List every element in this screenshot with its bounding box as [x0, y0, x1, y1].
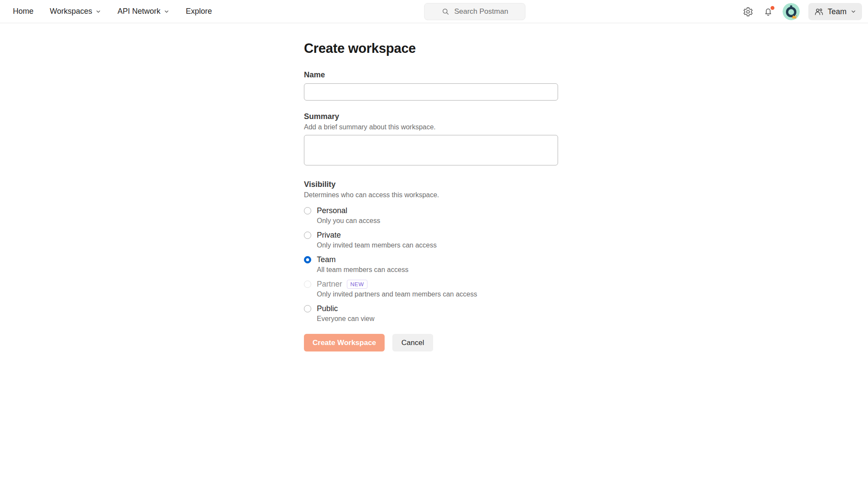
header-actions: Team [742, 3, 862, 20]
visibility-help-text: Determines who can access this workspace… [304, 191, 558, 199]
summary-help-text: Add a brief summary about this workspace… [304, 123, 558, 131]
create-workspace-button[interactable]: Create Workspace [304, 334, 385, 351]
option-description: Everyone can view [317, 315, 558, 323]
option-description: Only you can access [317, 217, 558, 225]
radio-button[interactable] [304, 281, 311, 288]
summary-label: Summary [304, 112, 558, 121]
radio-button[interactable] [304, 232, 311, 239]
team-menu-button[interactable]: Team [808, 3, 862, 20]
people-icon [814, 7, 824, 17]
visibility-option-partner[interactable]: Partner NEW Only invited partners and te… [304, 280, 558, 298]
radio-button[interactable] [304, 305, 311, 312]
option-description: Only invited team members can access [317, 241, 558, 249]
radio-button[interactable] [304, 207, 311, 214]
option-label: Public [317, 304, 338, 313]
option-label: Private [317, 231, 341, 240]
chevron-down-icon [850, 9, 856, 15]
search-placeholder: Search Postman [454, 7, 508, 16]
avatar[interactable] [783, 3, 800, 20]
nav-item-home[interactable]: Home [13, 7, 33, 16]
name-input[interactable] [304, 83, 558, 101]
page-title: Create workspace [304, 41, 558, 56]
nav-api-network-label: API Network [118, 7, 161, 16]
option-description: Only invited partners and team members c… [317, 290, 558, 298]
chevron-down-icon [164, 9, 170, 15]
avatar-illustration [783, 3, 800, 20]
nav-explore-label: Explore [186, 7, 212, 16]
create-workspace-form: Create workspace Name Summary Add a brie… [304, 41, 558, 351]
radio-button[interactable] [304, 256, 311, 263]
notification-dot [770, 5, 775, 11]
team-button-label: Team [828, 7, 847, 16]
nav-item-explore[interactable]: Explore [186, 7, 212, 16]
option-label: Personal [317, 206, 347, 215]
nav-home-label: Home [13, 7, 33, 16]
summary-field-block: Summary Add a brief summary about this w… [304, 112, 558, 167]
main-nav: Home Workspaces API Network Explore [13, 7, 212, 16]
notifications-button[interactable] [762, 6, 774, 18]
new-badge: NEW [347, 280, 367, 289]
nav-item-api-network[interactable]: API Network [118, 7, 170, 16]
visibility-option-public[interactable]: Public Everyone can view [304, 304, 558, 323]
visibility-option-team[interactable]: Team All team members can access [304, 255, 558, 274]
chevron-down-icon [95, 9, 101, 15]
visibility-options: Personal Only you can access Private Onl… [304, 206, 558, 323]
option-label: Team [317, 255, 336, 264]
nav-item-workspaces[interactable]: Workspaces [50, 7, 101, 16]
name-field-block: Name [304, 70, 558, 101]
option-label: Partner [317, 280, 342, 289]
gear-icon [743, 6, 753, 17]
visibility-option-private[interactable]: Private Only invited team members can ac… [304, 231, 558, 249]
visibility-option-personal[interactable]: Personal Only you can access [304, 206, 558, 225]
option-description: All team members can access [317, 266, 558, 274]
form-actions: Create Workspace Cancel [304, 334, 558, 351]
search-input[interactable]: Search Postman [424, 3, 525, 20]
search-icon [441, 7, 450, 16]
nav-workspaces-label: Workspaces [50, 7, 92, 16]
cancel-button[interactable]: Cancel [392, 334, 433, 351]
summary-textarea[interactable] [304, 135, 558, 165]
name-label: Name [304, 70, 558, 79]
settings-button[interactable] [742, 6, 754, 18]
visibility-label: Visibility [304, 180, 558, 189]
top-navigation-bar: Home Workspaces API Network Explore Sear… [0, 0, 868, 23]
visibility-section: Visibility Determines who can access thi… [304, 180, 558, 323]
